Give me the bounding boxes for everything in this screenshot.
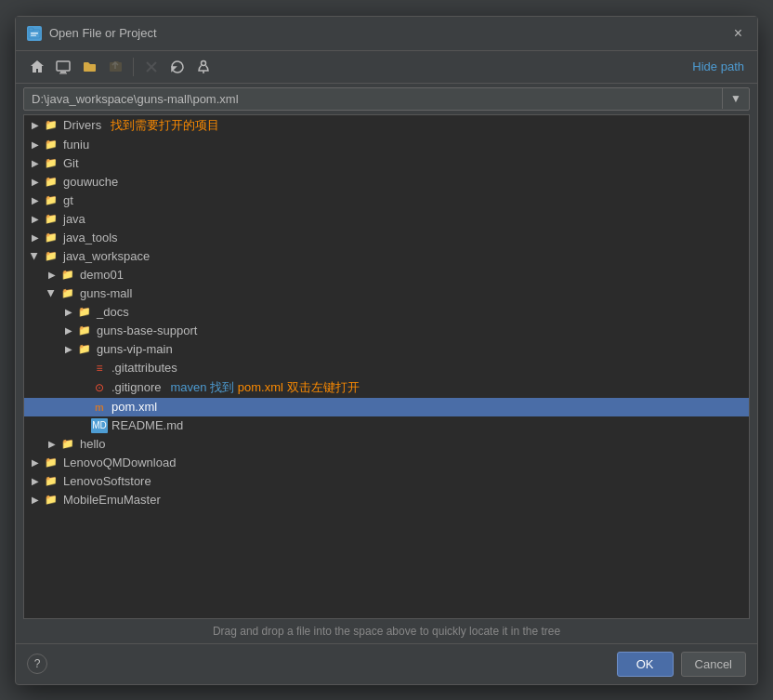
home-button[interactable] <box>25 57 49 77</box>
item-label-lenovo-soft: LenovoSoftstore <box>63 474 151 488</box>
tree-item-gouwuche[interactable]: ▶ 📁 gouwuche <box>24 173 749 192</box>
tree-item-java-tools[interactable]: ▶ 📁 java_tools <box>24 229 749 247</box>
hide-path-button[interactable]: Hide path <box>688 58 748 75</box>
folder-icon-demo01: 📁 <box>59 268 76 283</box>
footer-buttons: OK Cancel <box>617 652 746 677</box>
tree-item-demo01[interactable]: ▶ 📁 demo01 <box>24 266 749 284</box>
item-label-gouwuche: gouwuche <box>63 175 118 189</box>
tree-item-gitignore[interactable]: ⊙ .gitignore maven 找到 pom.xml 双击左键打开 <box>24 377 749 398</box>
browse-folder-button[interactable] <box>77 57 101 77</box>
item-label-gitignore: .gitignore <box>111 380 161 394</box>
tree-item-gitattributes[interactable]: ≡ .gitattributes <box>24 359 749 377</box>
expand-arrow-gt: ▶ <box>28 193 43 208</box>
expand-arrow-docs: ▶ <box>61 305 76 320</box>
folder-icon-gouwuche: 📁 <box>43 175 59 190</box>
tree-item-gt[interactable]: ▶ 📁 gt <box>24 192 749 210</box>
tree-item-java-workspace[interactable]: ▶ 📁 java_workspace <box>24 247 749 266</box>
tree-item-mobile-emu[interactable]: ▶ 📁 MobileEmuMaster <box>24 491 749 509</box>
tree-item-guns-base-support[interactable]: ▶ 📁 guns-base-support <box>24 322 749 340</box>
folder-icon-gt: 📁 <box>43 193 59 208</box>
path-dropdown-button[interactable]: ▼ <box>722 88 749 109</box>
item-label-gt: gt <box>63 193 73 207</box>
item-label-java: java <box>63 212 85 226</box>
pin-button[interactable] <box>191 57 216 77</box>
item-label-drivers: Drivers <box>63 118 101 132</box>
expand-arrow-demo01: ▶ <box>45 268 59 283</box>
expand-arrow-guns-vip-main: ▶ <box>61 342 76 357</box>
help-button[interactable]: ? <box>27 654 47 674</box>
item-label-funiu: funiu <box>63 138 89 152</box>
open-file-dialog: Open File or Project × <box>15 16 758 685</box>
svg-rect-2 <box>31 33 38 34</box>
expand-arrow-lenovo-qm: ▶ <box>28 456 43 470</box>
tree-item-java[interactable]: ▶ 📁 java <box>24 210 749 229</box>
title-bar: Open File or Project × <box>16 17 757 51</box>
close-button[interactable]: × <box>730 24 746 43</box>
svg-marker-9 <box>172 67 176 71</box>
desktop-button[interactable] <box>51 57 75 77</box>
folder-icon-lenovo-qm: 📁 <box>43 456 59 470</box>
refresh-button[interactable] <box>165 57 190 77</box>
item-label-git: Git <box>63 156 79 170</box>
tree-item-docs[interactable]: ▶ 📁 _docs <box>24 303 749 322</box>
item-label-java-tools: java_tools <box>63 231 118 244</box>
tree-item-pom-xml[interactable]: m pom.xml <box>24 398 749 416</box>
folder-icon-java: 📁 <box>43 212 59 227</box>
git-icon-gitignore: ⊙ <box>91 380 108 395</box>
expand-arrow-hello: ▶ <box>45 437 59 452</box>
folder-icon-lenovo-soft: 📁 <box>43 474 59 489</box>
md-icon-readme: MD <box>91 418 108 433</box>
item-label-demo01: demo01 <box>80 268 124 282</box>
toolbar-left <box>25 57 216 77</box>
svg-rect-4 <box>57 61 70 71</box>
tree-item-lenovo-soft[interactable]: ▶ 📁 LenovoSoftstore <box>24 472 749 491</box>
toolbar-separator-1 <box>133 58 134 76</box>
tree-item-funiu[interactable]: ▶ 📁 funiu <box>24 136 749 154</box>
svg-rect-6 <box>59 73 67 73</box>
item-label-gitattributes: .gitattributes <box>111 361 177 375</box>
item-label-guns-mall: guns-mall <box>80 286 132 300</box>
folder-icon-funiu: 📁 <box>43 138 59 152</box>
tree-item-guns-mall[interactable]: ▶ 📁 guns-mall <box>24 284 749 303</box>
title-bar-left: Open File or Project <box>27 26 157 41</box>
item-label-java-workspace: java_workspace <box>63 249 150 263</box>
item-label-lenovo-qm: LenovoQMDownload <box>63 456 176 469</box>
svg-rect-5 <box>60 72 66 73</box>
tree-item-readme[interactable]: MD README.md <box>24 416 749 435</box>
item-label-mobile-emu: MobileEmuMaster <box>63 493 161 507</box>
file-tree[interactable]: ▶ 📁 Drivers 找到需要打开的项目 ▶ 📁 funiu ▶ 📁 Git … <box>23 114 750 619</box>
item-label-pom-xml: pom.xml <box>111 400 157 414</box>
item-label-readme: README.md <box>111 418 183 432</box>
delete-button[interactable] <box>139 57 164 77</box>
annotation-maven-prefix: maven 找到 <box>170 380 234 394</box>
expand-arrow-lenovo-soft: ▶ <box>28 474 43 489</box>
expand-arrow-mobile-emu: ▶ <box>28 493 43 508</box>
item-label-guns-base-support: guns-base-support <box>97 324 197 337</box>
expand-arrow-funiu: ▶ <box>28 138 43 152</box>
svg-rect-3 <box>31 34 36 36</box>
ok-button[interactable]: OK <box>617 652 674 677</box>
folder-icon-java-workspace: 📁 <box>43 249 59 264</box>
cancel-button[interactable]: Cancel <box>681 652 746 677</box>
tree-item-hello[interactable]: ▶ 📁 hello <box>24 435 749 454</box>
item-label-guns-vip-main: guns-vip-main <box>97 342 173 356</box>
tree-item-drivers[interactable]: ▶ 📁 Drivers 找到需要打开的项目 <box>24 115 749 136</box>
folder-icon-mobile-emu: 📁 <box>43 493 59 508</box>
tree-item-guns-vip-main[interactable]: ▶ 📁 guns-vip-main <box>24 340 749 359</box>
folder-icon-guns-mall: 📁 <box>59 286 76 301</box>
tree-item-git[interactable]: ▶ 📁 Git <box>24 154 749 173</box>
toolbar: Hide path <box>16 51 757 84</box>
expand-arrow-gouwuche: ▶ <box>28 175 43 190</box>
tree-item-lenovo-qm[interactable]: ▶ 📁 LenovoQMDownload <box>24 454 749 472</box>
expand-arrow-java: ▶ <box>28 212 43 227</box>
path-input[interactable] <box>24 88 722 110</box>
bottom-hint: Drag and drop a file into the space abov… <box>16 619 757 643</box>
svg-rect-1 <box>29 28 33 31</box>
svg-point-10 <box>202 60 206 65</box>
folder-icon-drivers: 📁 <box>43 118 59 133</box>
footer: ? OK Cancel <box>16 643 757 684</box>
annotation-maven-suffix: 双击左键打开 <box>287 380 360 394</box>
folder-icon-git: 📁 <box>43 156 59 171</box>
up-button[interactable] <box>103 57 127 77</box>
expand-arrow-guns-base-support: ▶ <box>61 324 76 338</box>
